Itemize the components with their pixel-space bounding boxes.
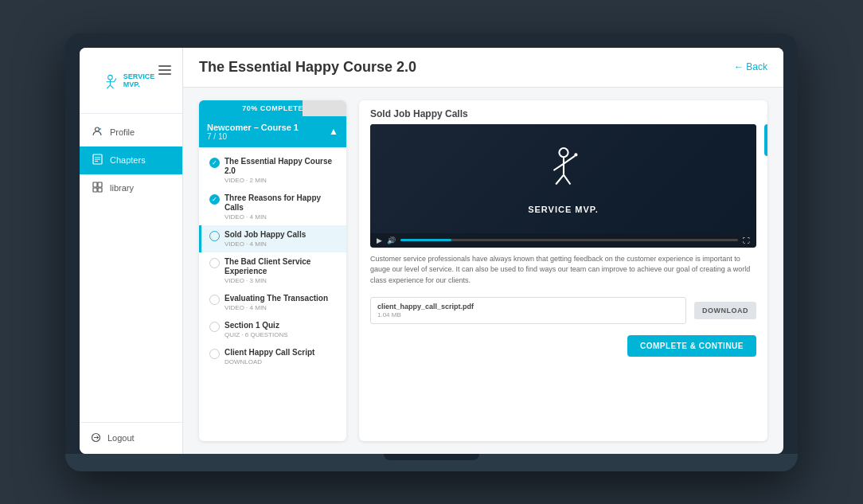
page-title: The Essential Happy Course 2.0 <box>199 59 416 76</box>
complete-btn-container: COMPLETE & CONTINUE <box>359 329 767 365</box>
chapter-text: The Bad Client Service Experience VIDEO … <box>225 257 338 284</box>
back-button[interactable]: ← Back <box>734 61 767 72</box>
chapter-item[interactable]: ✓ The Essential Happy Course 2.0 VIDEO ·… <box>199 152 346 189</box>
check-icon: ✓ <box>209 194 220 205</box>
video-logo: SERVICE MVP. <box>528 143 599 214</box>
hamburger-menu[interactable] <box>158 65 171 75</box>
course-name: Newcomer – Course 1 <box>207 123 299 132</box>
main-content: The Essential Happy Course 2.0 ← Back 70… <box>183 48 783 454</box>
chapter-text: Client Happy Call Script DOWNLOAD <box>225 348 338 365</box>
file-info: client_happy_call_script.pdf 1.04 MB <box>370 297 686 324</box>
video-panel: Sold Job Happy Calls <box>359 100 767 441</box>
svg-point-0 <box>108 75 113 80</box>
svg-point-6 <box>96 127 100 131</box>
svg-point-7 <box>100 128 101 130</box>
chapter-list: ✓ The Essential Happy Course 2.0 VIDEO ·… <box>199 147 346 375</box>
svg-rect-12 <box>93 182 97 187</box>
tab-indicator <box>764 124 767 156</box>
empty-circle-icon <box>209 322 220 332</box>
chapter-item-active[interactable]: Sold Job Happy Calls VIDEO · 4 MIN <box>199 225 346 252</box>
chapter-text: The Essential Happy Course 2.0 VIDEO · 2… <box>225 157 338 184</box>
svg-rect-13 <box>98 182 102 187</box>
profile-icon <box>91 126 103 139</box>
svg-line-4 <box>110 84 113 88</box>
logout-button[interactable]: Logout <box>91 432 171 444</box>
service-mvp-figure <box>536 143 592 198</box>
chapter-text: Three Reasons for Happy Calls VIDEO · 4 … <box>225 193 338 221</box>
library-icon <box>91 182 103 195</box>
video-content: SERVICE MVP. <box>370 124 756 233</box>
chapter-item[interactable]: ✓ Three Reasons for Happy Calls VIDEO · … <box>199 189 346 225</box>
sidebar-item-chapters[interactable]: Chapters <box>80 147 182 174</box>
video-description: Customer service professionals have alwa… <box>359 248 767 293</box>
empty-circle-icon <box>209 349 220 359</box>
empty-circle-icon <box>209 258 220 268</box>
chapter-text: Evaluating The Transaction VIDEO · 4 MIN <box>225 294 338 311</box>
sidebar-item-profile[interactable]: Profile <box>80 119 182 147</box>
content-area: 70% COMPLETE Newcomer – Course 1 7 / 10 … <box>183 88 783 454</box>
file-name: client_happy_call_script.pdf <box>377 303 679 311</box>
chapter-text: Section 1 Quiz QUIZ · 6 QUESTIONS <box>225 321 338 338</box>
empty-circle-icon <box>209 295 220 305</box>
progress-bar-container: 70% COMPLETE <box>199 100 346 116</box>
logo-icon <box>102 70 119 92</box>
video-brand-text: SERVICE MVP. <box>528 205 599 214</box>
check-icon: ✓ <box>209 158 220 168</box>
svg-rect-15 <box>98 188 102 192</box>
sidebar-nav: Profile Chapters <box>80 119 182 422</box>
svg-line-19 <box>553 164 564 170</box>
sidebar-item-library[interactable]: library <box>80 174 182 202</box>
play-button[interactable]: ▶ <box>377 236 382 244</box>
sidebar-bottom: Logout <box>80 422 182 454</box>
logo-text: SERVICE MVP. <box>123 73 161 89</box>
chapter-item[interactable]: The Bad Client Service Experience VIDEO … <box>199 252 346 289</box>
svg-point-21 <box>574 153 577 156</box>
logout-label: Logout <box>107 433 135 443</box>
course-collapse-icon[interactable]: ▲ <box>329 126 338 137</box>
chapter-item[interactable]: Section 1 Quiz QUIZ · 6 QUESTIONS <box>199 316 346 343</box>
chapters-label: Chapters <box>110 155 146 165</box>
video-controls[interactable]: ▶ 🔊 ⛶ <box>370 233 756 248</box>
svg-line-5 <box>114 78 116 81</box>
download-button[interactable]: DOWNLOAD <box>694 302 756 319</box>
volume-icon[interactable]: 🔊 <box>387 236 396 244</box>
sidebar: SERVICE MVP. <box>80 48 183 454</box>
logout-icon <box>91 432 101 444</box>
svg-point-17 <box>559 148 568 157</box>
download-section: client_happy_call_script.pdf 1.04 MB DOW… <box>359 292 767 329</box>
video-progress-fill <box>400 239 451 241</box>
chapter-text: Sold Job Happy Calls VIDEO · 4 MIN <box>225 230 338 248</box>
video-progress-bar[interactable] <box>400 239 738 241</box>
video-player[interactable]: SERVICE MVP. ▶ 🔊 ⛶ <box>370 124 756 248</box>
svg-line-23 <box>564 175 570 185</box>
course-header: Newcomer – Course 1 7 / 10 ▲ <box>199 116 346 147</box>
fullscreen-icon[interactable]: ⛶ <box>743 236 750 244</box>
laptop-base <box>65 454 798 471</box>
library-label: library <box>110 183 134 193</box>
sidebar-header: SERVICE MVP. <box>80 54 182 114</box>
profile-label: Profile <box>110 127 135 137</box>
chapters-icon <box>91 154 103 167</box>
progress-label: 70% COMPLETE <box>199 104 346 112</box>
chapter-item[interactable]: Client Happy Call Script DOWNLOAD <box>199 343 346 370</box>
empty-circle-icon <box>209 231 220 241</box>
svg-line-3 <box>107 84 110 88</box>
svg-rect-14 <box>93 188 97 192</box>
file-size: 1.04 MB <box>377 311 679 318</box>
video-title: Sold Job Happy Calls <box>359 100 767 124</box>
page-header: The Essential Happy Course 2.0 ← Back <box>183 48 783 88</box>
chapter-item[interactable]: Evaluating The Transaction VIDEO · 4 MIN <box>199 289 346 316</box>
svg-line-22 <box>556 175 564 185</box>
chapters-panel: 70% COMPLETE Newcomer – Course 1 7 / 10 … <box>199 100 346 441</box>
complete-continue-button[interactable]: COMPLETE & CONTINUE <box>627 335 756 357</box>
course-count: 7 / 10 <box>207 132 299 141</box>
